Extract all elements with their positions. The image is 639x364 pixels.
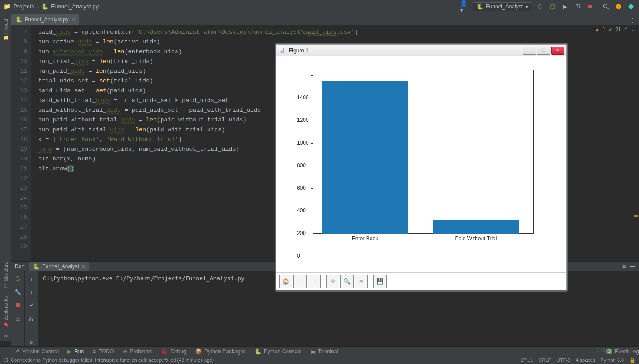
svg-point-3 xyxy=(616,4,621,9)
layout-icon[interactable]: ⊞ xyxy=(13,314,22,323)
status-bar: ☐ Connection to Python debugger failed: … xyxy=(0,356,639,364)
chevron-down-icon: ▾ xyxy=(525,4,528,10)
tab-problems[interactable]: ⊘Problems xyxy=(123,348,153,355)
add-user-icon[interactable]: 👤▾ xyxy=(460,2,469,11)
svg-point-0 xyxy=(551,5,554,8)
check-icon: ✔ xyxy=(608,27,613,33)
tab-version-control[interactable]: ⎇Version Control xyxy=(13,348,59,355)
line-separator[interactable]: CRLF xyxy=(538,357,551,363)
sidebar-item-structure[interactable]: ⬚ Structure xyxy=(3,258,8,293)
home-icon[interactable]: 🏠 xyxy=(279,275,292,288)
rerun-icon[interactable] xyxy=(13,274,22,283)
search-icon[interactable] xyxy=(602,2,611,11)
status-icon: ☐ xyxy=(4,357,8,363)
play-icon: ▶ xyxy=(67,348,71,355)
tab-terminal[interactable]: ▣Terminal xyxy=(311,348,338,355)
bottom-tool-tabs: ⎇Version Control ▶Run ≡TODO ⊘Problems 🐞D… xyxy=(0,346,639,356)
refresh-icon[interactable] xyxy=(536,2,544,11)
show-panel-icon[interactable]: » xyxy=(2,332,9,339)
close-icon[interactable]: × xyxy=(82,263,85,270)
file-tab[interactable]: 🐍 Funnel_Analyst.py × xyxy=(11,14,79,25)
problems-icon: ⊘ xyxy=(123,348,127,355)
zoom-icon[interactable]: 🔍 xyxy=(340,275,354,288)
svg-rect-4 xyxy=(16,303,20,307)
stop-icon[interactable] xyxy=(13,301,22,309)
matplotlib-icon: 📊 xyxy=(278,47,286,55)
print-icon[interactable]: 🖨 xyxy=(27,314,36,323)
indent[interactable]: 4 spaces xyxy=(576,357,595,363)
figure-title: Figure 1 xyxy=(289,47,308,54)
save-icon[interactable]: 💾 xyxy=(373,275,387,288)
run-title: Run: xyxy=(15,263,26,270)
gear-icon[interactable]: ⚙ xyxy=(622,263,627,270)
python-icon: 🐍 xyxy=(33,263,39,270)
maximize-button[interactable]: ☐ xyxy=(537,47,550,55)
branch-icon: ⎇ xyxy=(13,348,20,355)
inspections-summary[interactable]: ▲1 ✔21 ⌃ ⌄ xyxy=(595,27,635,33)
warning-icon: ▲ xyxy=(595,27,600,33)
folder-icon: 📁 xyxy=(4,3,11,10)
figure-canvas: 0200400600800100012001400Enter BookPaid … xyxy=(276,56,566,272)
run-coverage-icon[interactable]: ▶ xyxy=(560,2,569,11)
close-icon[interactable]: × xyxy=(71,16,75,23)
figure-titlebar[interactable]: 📊 Figure 1 — ☐ ✕ xyxy=(276,45,566,56)
pass-count: 21 xyxy=(615,27,621,33)
tab-run[interactable]: ▶Run xyxy=(67,348,84,355)
expand-icon[interactable]: » xyxy=(27,337,36,346)
back-icon[interactable]: ← xyxy=(293,275,307,288)
left-gutter: 📁 Project ⬚ Structure 🔖 Bookmarks » xyxy=(0,13,11,341)
chevron-up-icon[interactable]: ⌃ xyxy=(624,27,628,33)
figure-window[interactable]: 📊 Figure 1 — ☐ ✕ 02004006008001000120014… xyxy=(276,44,567,290)
debug-icon: 🐞 xyxy=(161,348,168,355)
stop-icon[interactable] xyxy=(585,2,594,11)
chevron-right-icon: › xyxy=(37,3,39,10)
minimize-button[interactable]: — xyxy=(523,47,536,55)
interpreter[interactable]: Python 3.8 xyxy=(600,357,624,363)
tab-debug[interactable]: 🐞Debug xyxy=(161,348,186,355)
status-message: Connection to Python debugger failed: In… xyxy=(11,357,214,363)
run-tab[interactable]: 🐍 Funnel_Analyst × xyxy=(29,262,89,271)
editor-scrollbar[interactable] xyxy=(634,25,638,271)
python-icon: 🐍 xyxy=(477,4,483,10)
close-button[interactable]: ✕ xyxy=(551,47,564,55)
tab-python-packages[interactable]: 📦Python Packages xyxy=(195,348,246,355)
wrap-icon[interactable]: ⤶ xyxy=(27,301,36,309)
line-gutter: 7891011121314151617181920212223242526272… xyxy=(11,25,31,271)
breadcrumb-file[interactable]: Funnel_Analyst.py xyxy=(51,3,99,10)
pan-icon[interactable]: ✥ xyxy=(326,275,339,288)
run-config-name: Funnel_Analyst xyxy=(486,4,523,10)
up-icon[interactable]: ↑ xyxy=(27,274,36,283)
minimize-icon[interactable]: — xyxy=(630,263,635,270)
tab-python-console[interactable]: 🐍Python Console xyxy=(255,348,302,355)
file-tab-label: Funnel_Analyst.py xyxy=(25,16,69,23)
top-bar: 📁 Projects › 🐍 Funnel_Analyst.py 👤▾ 🐍 Fu… xyxy=(0,0,639,13)
sidebar-item-bookmarks[interactable]: 🔖 Bookmarks xyxy=(3,293,8,332)
breadcrumb-root[interactable]: Projects xyxy=(13,3,34,10)
run-config-selector[interactable]: 🐍 Funnel_Analyst ▾ xyxy=(473,2,532,11)
profile-icon[interactable]: ⏱ xyxy=(573,2,582,11)
forward-icon[interactable]: → xyxy=(308,275,321,288)
package-icon: 📦 xyxy=(195,348,202,355)
more-icon[interactable]: ⋮ xyxy=(626,15,639,25)
sync-icon[interactable] xyxy=(614,2,623,11)
wrench-icon[interactable]: 🔧 xyxy=(13,287,22,296)
python-icon: 🐍 xyxy=(255,348,261,355)
todo-icon: ≡ xyxy=(93,348,96,355)
figure-toolbar: 🏠 ← → ✥ 🔍 ≡ 💾 xyxy=(276,272,566,290)
lock-icon[interactable]: 🔒 xyxy=(629,357,635,363)
editor-tabs: 🐍 Funnel_Analyst.py × ⋮ xyxy=(0,13,639,25)
svg-rect-1 xyxy=(588,5,592,8)
terminal-icon: ▣ xyxy=(311,348,316,355)
breadcrumb[interactable]: 📁 Projects › 🐍 Funnel_Analyst.py xyxy=(4,3,99,10)
down-icon[interactable]: ↓ xyxy=(27,287,36,296)
warning-count: 1 xyxy=(603,27,606,33)
caret-position[interactable]: 27:11 xyxy=(521,357,533,363)
file-encoding[interactable]: UTF-8 xyxy=(556,357,570,363)
debug-icon[interactable] xyxy=(548,2,557,11)
configure-icon[interactable]: ≡ xyxy=(355,275,368,288)
tab-todo[interactable]: ≡TODO xyxy=(93,348,114,355)
svg-point-2 xyxy=(604,4,607,8)
watermark: CSDN @冯大少 xyxy=(596,347,635,354)
sidebar-item-project[interactable]: 📁 Project xyxy=(3,15,8,45)
ide-icon[interactable] xyxy=(627,2,635,11)
